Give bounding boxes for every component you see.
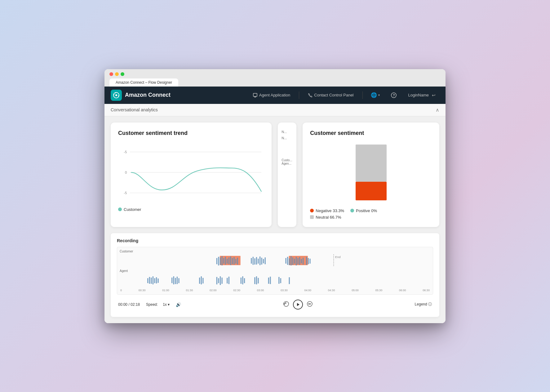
playback-bar: 00:00 / 02:18 Speed: 1x ▾ 🔊	[117, 297, 433, 312]
user-name: LoginName	[408, 93, 429, 97]
user-menu-button[interactable]: LoginName ↩	[405, 91, 440, 100]
customer-legend-item: Customer	[118, 207, 141, 212]
svg-rect-76	[228, 277, 229, 284]
trend-legend-row: Customer	[118, 207, 264, 212]
nav-divider-1	[299, 91, 299, 99]
globe-button[interactable]: 🌐 ▾	[368, 90, 383, 100]
svg-rect-31	[251, 258, 252, 264]
svg-rect-70	[202, 278, 203, 283]
negative-legend-dot	[310, 209, 314, 212]
tab-title: Amazon Connect – Flow Designer	[116, 80, 172, 85]
negative-legend-item: Negative 33.3%	[310, 208, 344, 213]
svg-rect-23	[225, 257, 226, 265]
sentiment-legend-row: Negative 33.3% Positive 0%	[310, 208, 432, 213]
positive-legend-label: Positive 0%	[356, 208, 377, 213]
volume-icon[interactable]: 🔊	[176, 302, 181, 307]
sentiment-trend-title: Customer sentiment trend	[118, 130, 264, 136]
svg-rect-58	[151, 278, 152, 284]
waveform-area: Customer	[117, 247, 433, 295]
svg-rect-36	[259, 256, 260, 265]
svg-rect-22	[223, 258, 224, 264]
legend-button[interactable]: Legend ⓘ	[415, 302, 432, 307]
svg-rect-47	[297, 258, 298, 264]
svg-point-1	[115, 94, 117, 96]
partial-card-text3: Custo...	[282, 158, 293, 162]
agent-app-label: Agent Application	[259, 93, 290, 97]
svg-rect-38	[263, 259, 264, 263]
timeline-labels: 0 00:30 01:00 01:30 02:00 02:30 03:00 03…	[120, 289, 430, 292]
logo-icon	[111, 90, 122, 101]
contact-control-panel-button[interactable]: Contact Control Panel	[304, 91, 357, 99]
help-button[interactable]: ?	[388, 91, 400, 100]
sentiment-trend-card: Customer sentiment trend -5 0 -5	[111, 122, 272, 227]
browser-window: Amazon Connect – Flow Designer Amazon Co…	[104, 69, 446, 323]
sentiment-bar-svg	[353, 141, 390, 203]
svg-rect-82	[258, 278, 259, 283]
positive-legend-item: Positive 0%	[350, 208, 377, 213]
analytics-section-label: Conversational analytics	[111, 107, 158, 112]
timeline-0600: 06:00	[399, 289, 406, 292]
customer-waveform-label: Customer	[120, 250, 430, 253]
play-button[interactable]	[293, 300, 303, 310]
agent-waveform-track	[120, 274, 430, 286]
fast-forward-button[interactable]	[307, 301, 313, 308]
svg-rect-20	[220, 257, 221, 265]
customer-legend-dot	[118, 207, 122, 211]
svg-rect-41	[287, 257, 288, 265]
svg-text:-5: -5	[124, 191, 127, 194]
svg-rect-60	[154, 278, 155, 283]
nav-bar: Amazon Connect Agent Application Contact…	[104, 87, 446, 104]
neutral-legend-item: Neutral 66.7%	[310, 215, 341, 220]
timeline-0230: 02:30	[233, 289, 240, 292]
svg-rect-65	[175, 278, 176, 284]
timeline-0030: 00:30	[139, 289, 146, 292]
svg-rect-37	[261, 258, 262, 265]
svg-rect-50	[303, 258, 304, 265]
svg-rect-21	[221, 256, 222, 265]
nav-logo-text: Amazon Connect	[125, 92, 171, 98]
partial-card-text1: N...	[282, 130, 293, 134]
speed-control[interactable]: 1x ▾	[163, 302, 170, 307]
browser-dots	[109, 72, 441, 76]
svg-rect-29	[235, 259, 236, 264]
svg-rect-75	[227, 278, 228, 283]
svg-rect-81	[256, 276, 257, 284]
timeline-0330: 03:30	[281, 289, 288, 292]
svg-rect-85	[278, 277, 279, 284]
svg-rect-19	[218, 257, 219, 265]
svg-rect-51	[306, 257, 307, 265]
svg-rect-5	[253, 93, 257, 96]
agent-application-button[interactable]: Agent Application	[249, 91, 294, 99]
customer-sentiment-card: Customer sentiment	[303, 122, 439, 227]
svg-text:-5: -5	[124, 150, 127, 154]
svg-rect-71	[216, 277, 217, 284]
collapse-icon[interactable]: ∧	[436, 107, 439, 113]
time-total-value: 02:18	[131, 302, 140, 307]
timeline-0430: 04:30	[328, 289, 335, 292]
minimize-dot[interactable]	[115, 72, 119, 76]
svg-rect-79	[244, 278, 245, 283]
svg-rect-84	[270, 277, 271, 284]
browser-chrome: Amazon Connect – Flow Designer	[104, 69, 446, 87]
svg-rect-64	[173, 276, 174, 284]
svg-rect-24	[227, 259, 228, 264]
rewind-button[interactable]	[283, 301, 289, 308]
analytics-header: Conversational analytics ∧	[104, 104, 446, 116]
positive-legend-dot	[350, 209, 354, 212]
customer-waveform-svg: End	[120, 254, 430, 267]
svg-rect-61	[156, 277, 157, 283]
timeline-0130: 01:30	[186, 289, 193, 292]
maximize-dot[interactable]	[121, 72, 124, 76]
close-dot[interactable]	[109, 72, 113, 76]
svg-text:End: End	[335, 255, 341, 258]
timeline-0100: 01:00	[162, 289, 169, 292]
svg-rect-87	[289, 277, 290, 284]
browser-tab[interactable]: Amazon Connect – Flow Designer	[109, 78, 178, 87]
nav-logo: Amazon Connect	[111, 90, 171, 101]
svg-rect-32	[253, 257, 254, 265]
svg-rect-28	[233, 257, 234, 265]
timeline-0200: 02:00	[210, 289, 217, 292]
svg-rect-63	[171, 278, 172, 283]
neutral-legend-label: Neutral 66.7%	[316, 215, 341, 220]
negative-bar	[356, 182, 387, 200]
